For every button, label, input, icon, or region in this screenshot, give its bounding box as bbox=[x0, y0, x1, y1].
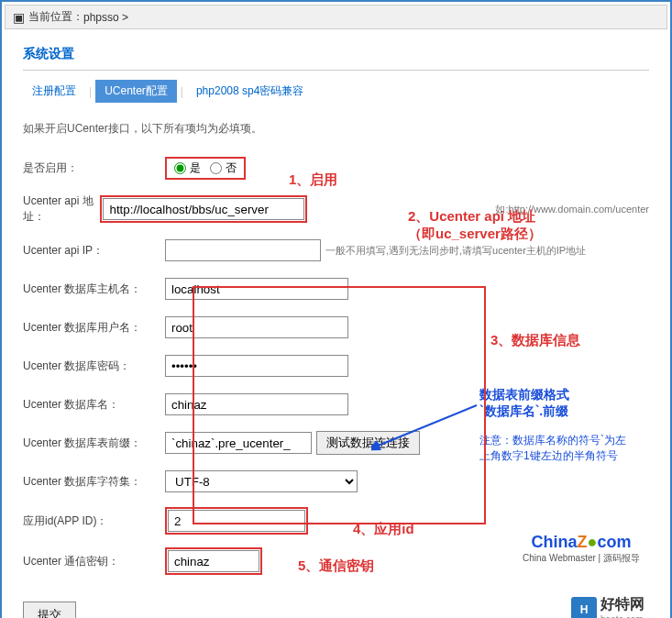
tab-ucenter[interactable]: UCenter配置 bbox=[95, 80, 177, 103]
app-id-label: 应用id(APP ID)： bbox=[23, 513, 165, 529]
comm-key-input[interactable] bbox=[168, 550, 259, 572]
radio-yes-input[interactable] bbox=[174, 162, 186, 174]
haote-logo: H 好特网 haote.com bbox=[571, 595, 644, 618]
chinaz-logo: ChinaZ●com China Webmaster | 源码报导 bbox=[523, 533, 640, 565]
annotation-2: 2、Ucenter api 地址 （即uc_server路径） bbox=[408, 208, 542, 243]
tab-separator: | bbox=[181, 85, 183, 98]
tab-php2008[interactable]: php2008 sp4密码兼容 bbox=[187, 80, 313, 103]
app-id-input[interactable] bbox=[168, 510, 305, 532]
radio-no-input[interactable] bbox=[210, 162, 222, 174]
annotation-4-note: 注意：数据库名称的符号`为左上角数字1键左边的半角符号 bbox=[479, 433, 626, 464]
annotation-1: 1、启用 bbox=[289, 171, 337, 189]
api-addr-label: Ucenter api 地址： bbox=[23, 193, 100, 225]
breadcrumb-path: phpsso > bbox=[83, 11, 128, 24]
api-ip-input[interactable] bbox=[165, 239, 321, 261]
enable-radio-group: 是 否 bbox=[165, 157, 246, 180]
db-pass-label: Ucenter 数据库密码： bbox=[23, 359, 165, 374]
help-text: 如果开启UCenter接口，以下所有项均为必填项。 bbox=[23, 121, 649, 137]
test-connection-button[interactable]: 测试数据连连接 bbox=[316, 431, 420, 455]
db-host-input[interactable] bbox=[165, 278, 348, 300]
api-ip-label: Ucenter api IP： bbox=[23, 243, 165, 259]
db-name-input[interactable] bbox=[165, 393, 348, 415]
db-name-label: Ucenter 数据库名： bbox=[23, 397, 165, 413]
location-icon: ▣ bbox=[13, 10, 25, 25]
submit-button[interactable]: 提交 bbox=[23, 601, 76, 618]
db-user-label: Ucenter 数据库用户名： bbox=[23, 320, 165, 336]
api-addr-input[interactable] bbox=[103, 198, 304, 220]
tab-register[interactable]: 注册配置 bbox=[23, 80, 85, 103]
db-charset-label: Ucenter 数据库字符集： bbox=[23, 474, 165, 490]
api-ip-hint: 一般不用填写,遇到无法同步时,请填写ucenter主机的IP地址 bbox=[325, 244, 586, 258]
db-host-label: Ucenter 数据库主机名： bbox=[23, 281, 165, 297]
radio-yes[interactable]: 是 bbox=[174, 160, 201, 176]
tab-separator: | bbox=[89, 85, 92, 98]
enable-label: 是否启用： bbox=[23, 160, 165, 176]
annotation-4-title: 数据表前缀格式 `数据库名`.前缀 bbox=[479, 387, 569, 420]
annotation-3: 3、数据库信息 bbox=[490, 332, 580, 349]
comm-key-label: Ucenter 通信密钥： bbox=[23, 554, 165, 569]
breadcrumb: ▣ 当前位置： phpsso > bbox=[5, 5, 667, 29]
db-prefix-input[interactable] bbox=[165, 432, 312, 454]
page-title: 系统设置 bbox=[23, 39, 649, 71]
db-charset-select[interactable]: UTF-8 bbox=[165, 470, 358, 492]
annotation-5: 4、应用id bbox=[353, 521, 414, 538]
db-user-input[interactable] bbox=[165, 316, 348, 338]
tab-bar: 注册配置 | UCenter配置 | php2008 sp4密码兼容 bbox=[23, 80, 649, 103]
radio-no[interactable]: 否 bbox=[210, 160, 237, 176]
db-prefix-label: Ucenter 数据库表前缀： bbox=[23, 436, 165, 451]
breadcrumb-label: 当前位置： bbox=[28, 9, 83, 25]
annotation-6: 5、通信密钥 bbox=[298, 557, 374, 575]
db-pass-input[interactable] bbox=[165, 355, 348, 377]
haote-icon: H bbox=[571, 597, 597, 618]
